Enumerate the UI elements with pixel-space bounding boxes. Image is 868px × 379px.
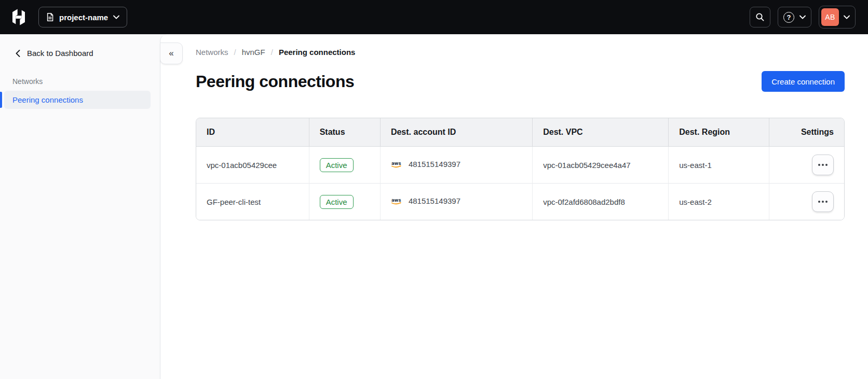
breadcrumb-separator: /: [234, 48, 236, 57]
project-switcher-button[interactable]: project-name: [38, 7, 127, 27]
help-icon: ?: [783, 12, 794, 23]
cell-settings: [769, 184, 844, 220]
cell-settings: [769, 147, 844, 184]
collapse-icon: «: [169, 48, 173, 59]
help-menu-button[interactable]: ?: [778, 7, 811, 27]
account-id-value: 481515149397: [409, 196, 460, 205]
cell-dest-account-id: aws 481515149397: [380, 147, 532, 184]
peering-connections-table: ID Status Dest. account ID Dest. VPC Des…: [196, 118, 845, 220]
back-link-label: Back to Dashboard: [27, 49, 93, 58]
table-row: GF-peer-cli-test Active aws: [196, 184, 844, 220]
column-header-id: ID: [196, 118, 309, 147]
account-id-value: 481515149397: [409, 160, 460, 169]
cell-dest-vpc: vpc-0f2afd6808ad2bdf8: [533, 184, 669, 220]
sidebar-section-heading: Networks: [12, 77, 147, 86]
chevron-left-icon: [16, 50, 20, 57]
status-badge: Active: [320, 195, 354, 209]
column-header-dest-account-id: Dest. account ID: [380, 118, 532, 147]
chevron-down-icon: [844, 15, 850, 19]
chevron-down-icon: [113, 15, 119, 19]
svg-text:aws: aws: [391, 198, 401, 203]
cell-status: Active: [309, 184, 380, 220]
chevron-down-icon: [799, 15, 806, 19]
content-row: Back to Dashboard Networks Peering conne…: [0, 34, 868, 379]
page-title: Peering connections: [196, 72, 354, 91]
table-row: vpc-01acb05429cee Active aws: [196, 147, 844, 184]
page-header: Peering connections Create connection: [196, 71, 845, 92]
cell-dest-vpc: vpc-01acb05429cee4a47: [533, 147, 669, 184]
sidebar: Back to Dashboard Networks Peering conne…: [0, 34, 160, 379]
avatar: AB: [821, 8, 839, 26]
active-indicator-bar: [0, 92, 2, 108]
cell-id: vpc-01acb05429cee: [196, 147, 309, 184]
sidebar-item-label: Peering connections: [12, 95, 83, 104]
main-panel: « Networks / hvnGF / Peering connections…: [160, 34, 868, 379]
cell-dest-region: us-east-1: [669, 147, 769, 184]
row-actions-button[interactable]: [812, 155, 834, 175]
column-header-dest-region: Dest. Region: [669, 118, 769, 147]
breadcrumb-item-networks[interactable]: Networks: [196, 48, 228, 57]
breadcrumb-item-current: Peering connections: [279, 48, 356, 57]
account-menu-button[interactable]: AB: [819, 6, 856, 29]
row-actions-button[interactable]: [812, 191, 834, 212]
project-switcher-label: project-name: [59, 13, 108, 22]
status-badge: Active: [320, 158, 354, 172]
aws-icon: aws: [391, 160, 404, 169]
cell-dest-region: us-east-2: [669, 184, 769, 220]
search-icon: [755, 12, 765, 22]
document-icon: [46, 12, 54, 22]
cell-dest-account-id: aws 481515149397: [380, 184, 532, 220]
ellipsis-icon: [818, 164, 820, 166]
table-header-row: ID Status Dest. account ID Dest. VPC Des…: [196, 118, 844, 147]
sidebar-collapse-button[interactable]: «: [160, 43, 183, 64]
column-header-settings: Settings: [769, 118, 844, 147]
ellipsis-icon: [818, 201, 820, 203]
search-button[interactable]: [750, 7, 770, 27]
cell-id: GF-peer-cli-test: [196, 184, 309, 220]
topbar: project-name ? AB: [0, 0, 868, 34]
create-connection-button[interactable]: Create connection: [762, 71, 845, 92]
breadcrumb-separator: /: [271, 48, 273, 57]
breadcrumb: Networks / hvnGF / Peering connections: [196, 45, 845, 57]
svg-text:aws: aws: [391, 161, 401, 166]
column-header-dest-vpc: Dest. VPC: [533, 118, 669, 147]
sidebar-item-peering-connections[interactable]: Peering connections: [4, 91, 151, 109]
cell-status: Active: [309, 147, 380, 184]
hashicorp-logo-icon: [10, 9, 27, 25]
aws-icon: aws: [391, 197, 404, 205]
breadcrumb-item-hvn[interactable]: hvnGF: [242, 48, 265, 57]
column-header-status: Status: [309, 118, 380, 147]
back-to-dashboard-link[interactable]: Back to Dashboard: [0, 45, 102, 62]
